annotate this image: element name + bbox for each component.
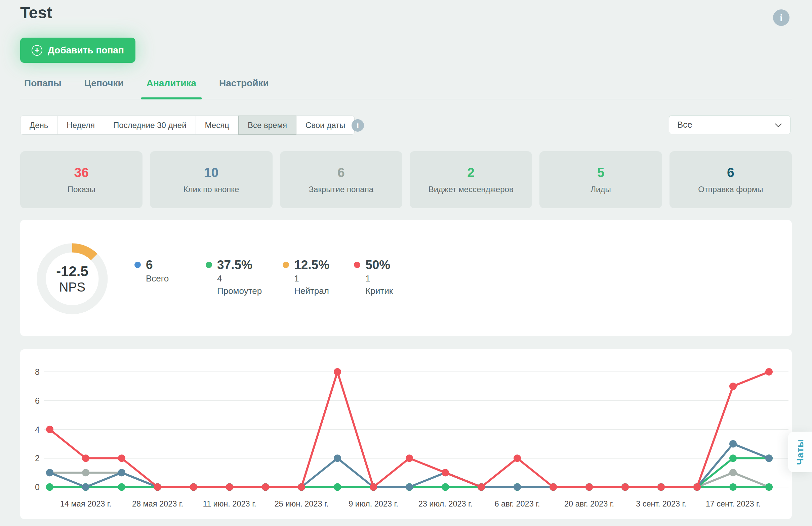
stat-label: Отправка формы xyxy=(698,185,763,194)
tab-4[interactable]: Настройки xyxy=(218,76,270,99)
stat-label: Закрытие попапа xyxy=(309,185,373,194)
legend-text: Критик xyxy=(365,285,404,297)
svg-text:2: 2 xyxy=(35,453,40,463)
legend-dot-icon xyxy=(206,262,212,268)
stat-card: 6Отправка формы xyxy=(669,151,792,208)
filter-option[interactable]: День xyxy=(20,116,57,135)
filter-info-icon[interactable]: i xyxy=(351,119,364,132)
svg-text:0: 0 xyxy=(35,482,40,492)
stat-card: 2Виджет мессенджеров xyxy=(410,151,532,208)
stat-label: Показы xyxy=(68,185,96,194)
legend-value: 50% xyxy=(365,258,404,272)
info-icon[interactable]: i xyxy=(773,10,789,26)
stats-row: 36Показы10Клик по кнопке6Закрытие попапа… xyxy=(20,151,792,208)
analytics-line-chart: 0246814 мая 2023 г.28 мая 2023 г.11 июн.… xyxy=(20,349,792,519)
filter-option[interactable]: Все время xyxy=(238,116,296,135)
tab-3[interactable]: Аналитика xyxy=(145,76,198,99)
add-popup-button[interactable]: + Добавить попап xyxy=(20,37,135,63)
legend-text: 1 xyxy=(294,272,333,285)
legend-text: Промоутер xyxy=(217,285,262,297)
stat-value: 10 xyxy=(204,165,218,180)
info-icon-glyph: i xyxy=(357,121,359,130)
nps-legend-item: 37.5%4Промоутер xyxy=(206,258,262,297)
svg-text:17 сент. 2023 г.: 17 сент. 2023 г. xyxy=(706,499,760,508)
stat-label: Лиды xyxy=(591,185,611,194)
nps-legend-item: 6Всего xyxy=(134,258,185,297)
legend-text: 1 xyxy=(365,272,404,285)
svg-text:11 июн. 2023 г.: 11 июн. 2023 г. xyxy=(203,499,257,508)
legend-dot-icon xyxy=(282,262,289,268)
legend-dot-icon xyxy=(354,262,360,268)
stat-card: 5Лиды xyxy=(539,151,662,208)
stat-card: 10Клик по кнопке xyxy=(150,151,272,208)
plus-circle-icon: + xyxy=(32,45,42,56)
stat-label: Клик по кнопке xyxy=(184,185,239,194)
filter-option[interactable]: Свои даты xyxy=(296,116,354,135)
stat-card: 6Закрытие попапа xyxy=(280,151,402,208)
nps-card: -12.5 NPS 6Всего37.5%4Промоутер12.5%1Ней… xyxy=(20,220,792,336)
stat-label: Виджет мессенджеров xyxy=(429,185,513,194)
stat-value: 36 xyxy=(74,165,88,180)
tab-bar: ПопапыЦепочкиАналитикаНастройки xyxy=(20,76,792,100)
stat-value: 5 xyxy=(597,165,605,180)
svg-text:4: 4 xyxy=(35,425,40,434)
filter-option[interactable]: Месяц xyxy=(195,116,238,135)
chat-side-tab-label: Чаты xyxy=(795,439,806,465)
svg-text:25 июн. 2023 г.: 25 июн. 2023 г. xyxy=(275,499,329,508)
legend-value: 6 xyxy=(146,258,185,272)
nps-legend-item: 50%1Критик xyxy=(354,258,404,297)
svg-text:14 мая 2023 г.: 14 мая 2023 г. xyxy=(60,499,111,508)
nps-legend: 6Всего37.5%4Промоутер12.5%1Нейтрал50%1Кр… xyxy=(134,258,404,297)
svg-text:8: 8 xyxy=(35,367,40,377)
add-popup-button-label: Добавить попап xyxy=(48,45,124,56)
popup-filter-select[interactable]: Все xyxy=(669,115,791,134)
stat-value: 2 xyxy=(467,165,475,180)
svg-text:20 авг. 2023 г.: 20 авг. 2023 г. xyxy=(564,499,614,508)
svg-text:28 мая 2023 г.: 28 мая 2023 г. xyxy=(132,499,183,508)
nps-legend-item: 12.5%1Нейтрал xyxy=(282,258,333,297)
stat-value: 6 xyxy=(727,165,734,180)
stat-card: 36Показы xyxy=(20,151,143,208)
stat-value: 6 xyxy=(337,165,345,180)
svg-text:9 июл. 2023 г.: 9 июл. 2023 г. xyxy=(349,499,398,508)
legend-value: 37.5% xyxy=(217,258,262,272)
legend-text: Всего xyxy=(146,272,185,285)
legend-value: 12.5% xyxy=(294,258,333,272)
date-range-filter-group: ДеньНеделяПоследние 30 днейМесяцВсе врем… xyxy=(20,116,354,135)
info-icon-glyph: i xyxy=(780,12,782,24)
analytics-page: Test i + Добавить попап ПопапыЦепочкиАна… xyxy=(0,0,812,526)
svg-text:3 сент. 2023 г.: 3 сент. 2023 г. xyxy=(636,499,686,508)
chevron-down-icon xyxy=(775,121,782,127)
popup-filter-value: Все xyxy=(677,120,692,130)
chat-side-tab[interactable]: Чаты xyxy=(788,432,812,472)
tab-2[interactable]: Цепочки xyxy=(83,76,125,99)
legend-dot-icon xyxy=(134,262,141,268)
nps-donut-chart: -12.5 NPS xyxy=(32,239,113,319)
analytics-chart-card: 0246814 мая 2023 г.28 мая 2023 г.11 июн.… xyxy=(20,349,792,519)
svg-text:23 июл. 2023 г.: 23 июл. 2023 г. xyxy=(418,499,473,508)
page-title: Test xyxy=(20,3,52,22)
tab-1[interactable]: Попапы xyxy=(23,76,63,99)
filter-option[interactable]: Неделя xyxy=(57,116,104,135)
svg-text:6 авг. 2023 г.: 6 авг. 2023 г. xyxy=(495,499,540,508)
legend-text: 4 xyxy=(217,272,262,285)
nps-unit-label: NPS xyxy=(59,280,85,295)
svg-text:6: 6 xyxy=(35,396,40,405)
filter-option[interactable]: Последние 30 дней xyxy=(104,116,195,135)
legend-text: Нейтрал xyxy=(294,285,333,297)
nps-score: -12.5 xyxy=(56,263,88,280)
